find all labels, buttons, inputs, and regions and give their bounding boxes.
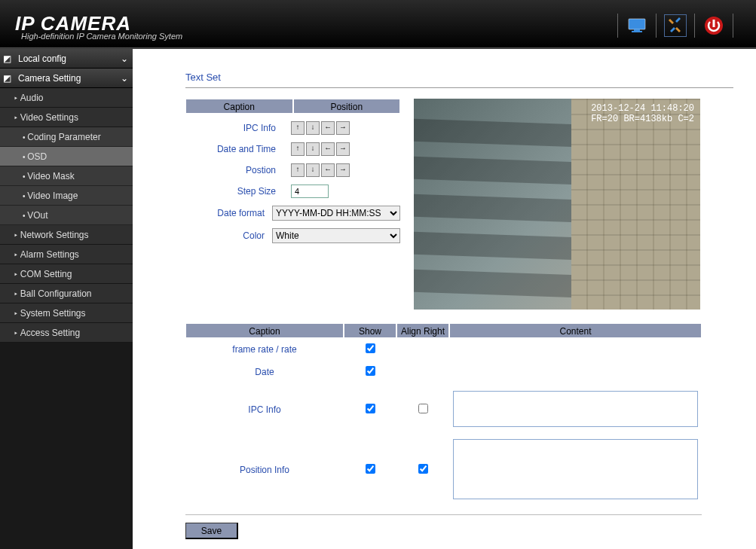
arrow-down-button[interactable]: ↓ bbox=[306, 142, 320, 156]
arrow-left-button[interactable]: ← bbox=[321, 121, 335, 135]
sidebar-item-vout[interactable]: VOut bbox=[0, 206, 133, 225]
align-ipc-checkbox[interactable] bbox=[418, 404, 428, 413]
tools-icon[interactable] bbox=[664, 14, 687, 37]
label-position: Postion bbox=[185, 165, 283, 175]
app-header: IP CAMERA High-definition IP Camera Moni… bbox=[0, 0, 756, 48]
show-position-checkbox[interactable] bbox=[366, 464, 375, 474]
arrow-left-button[interactable]: ← bbox=[321, 163, 335, 177]
chevron-down-icon: ⌄ bbox=[121, 69, 128, 88]
sidebar-item-camera-setting[interactable]: ◩Camera Setting⌄ bbox=[0, 69, 133, 88]
arrow-right-button[interactable]: → bbox=[336, 121, 350, 135]
arrow-right-button[interactable]: → bbox=[336, 163, 350, 177]
sidebar-item-alarm-settings[interactable]: Alarm Settings bbox=[0, 245, 133, 264]
sidebar-item-com-setting[interactable]: COM Setting bbox=[0, 264, 133, 284]
label-date-format: Date format bbox=[185, 208, 272, 218]
svg-rect-2 bbox=[632, 31, 642, 32]
arrow-up-button[interactable]: ↑ bbox=[291, 142, 305, 156]
show-date-checkbox[interactable] bbox=[366, 366, 375, 376]
ipc-content-textarea[interactable] bbox=[453, 391, 698, 427]
divider bbox=[185, 87, 733, 88]
page-title: Text Set bbox=[185, 72, 733, 83]
arrow-down-button[interactable]: ↓ bbox=[306, 121, 320, 135]
monitor-icon[interactable] bbox=[626, 14, 648, 37]
sidebar-item-video-settings[interactable]: Video Settings bbox=[0, 108, 133, 127]
position-content-textarea[interactable] bbox=[453, 439, 698, 499]
label-ipc-info: IPC Info bbox=[185, 123, 283, 133]
row-position-info: Position Info bbox=[185, 465, 344, 475]
label-step-size: Step Size bbox=[185, 186, 283, 197]
header-toolbar bbox=[610, 14, 741, 38]
sidebar-item-network-settings[interactable]: Network Settings bbox=[0, 225, 133, 245]
separator bbox=[733, 14, 733, 38]
col-position: Position bbox=[293, 99, 401, 114]
separator bbox=[656, 14, 657, 38]
svg-rect-0 bbox=[629, 19, 645, 29]
caption-table: Caption Show Align Right Content frame r… bbox=[185, 323, 702, 504]
align-position-checkbox[interactable] bbox=[418, 464, 428, 474]
save-button[interactable]: Save bbox=[185, 523, 238, 539]
sidebar-item-access-setting[interactable]: Access Setting bbox=[0, 323, 133, 343]
row-date: Date bbox=[185, 367, 344, 377]
row-frame-rate: frame rate / rate bbox=[185, 344, 344, 355]
sidebar-item-video-mask[interactable]: Video Mask bbox=[0, 166, 133, 186]
col-content: Content bbox=[449, 323, 702, 338]
sidebar-item-local-config[interactable]: ◩Local config⌄ bbox=[0, 49, 133, 69]
date-format-select[interactable]: YYYY-MM-DD HH:MM:SS bbox=[272, 206, 400, 221]
osd-form: Caption Position IPC Info ↑ ↓ ← → Date a… bbox=[185, 99, 400, 310]
sidebar-item-osd[interactable]: OSD bbox=[0, 147, 133, 166]
video-preview: 2013-12-24 11:48:20 FR=20 BR=4138kb C=2 bbox=[414, 99, 700, 310]
osd-overlay-text: 2013-12-24 11:48:20 FR=20 BR=4138kb C=2 bbox=[591, 103, 694, 124]
col-caption: Caption bbox=[185, 323, 344, 338]
sidebar-item-ball-configuration[interactable]: Ball Configuration bbox=[0, 284, 133, 303]
svg-rect-1 bbox=[634, 29, 640, 31]
sidebar-item-coding-parameter[interactable]: Coding Parameter bbox=[0, 127, 133, 147]
col-align-right: Align Right bbox=[396, 323, 449, 338]
arrow-left-button[interactable]: ← bbox=[321, 142, 335, 156]
sidebar-item-system-settings[interactable]: System Settings bbox=[0, 303, 133, 323]
main-content: Text Set Caption Position IPC Info ↑ ↓ ←… bbox=[133, 49, 756, 549]
arrow-up-button[interactable]: ↑ bbox=[291, 121, 305, 135]
svg-rect-4 bbox=[713, 20, 715, 27]
sidebar: ◩Local config⌄ ◩Camera Setting⌄ Audio Vi… bbox=[0, 49, 133, 549]
show-ipc-checkbox[interactable] bbox=[366, 404, 375, 413]
sidebar-item-video-image[interactable]: Video Image bbox=[0, 186, 133, 206]
col-caption: Caption bbox=[185, 99, 293, 114]
sidebar-item-audio[interactable]: Audio bbox=[0, 88, 133, 108]
step-size-input[interactable] bbox=[291, 185, 329, 198]
col-show: Show bbox=[344, 323, 396, 338]
app-subtitle: High-definition IP Camera Monitoring Syt… bbox=[21, 32, 182, 41]
color-select[interactable]: White bbox=[272, 228, 400, 243]
show-frame-rate-checkbox[interactable] bbox=[366, 343, 375, 353]
divider bbox=[185, 514, 702, 515]
plus-icon: ◩ bbox=[3, 69, 12, 88]
arrow-right-button[interactable]: → bbox=[336, 142, 350, 156]
separator bbox=[694, 14, 695, 38]
arrow-up-button[interactable]: ↑ bbox=[291, 163, 305, 177]
label-date-time: Date and Time bbox=[185, 144, 283, 154]
row-ipc-info: IPC Info bbox=[185, 404, 344, 415]
power-icon[interactable] bbox=[702, 14, 725, 37]
plus-icon: ◩ bbox=[3, 49, 12, 69]
separator bbox=[617, 14, 618, 38]
label-color: Color bbox=[185, 230, 272, 241]
chevron-down-icon: ⌄ bbox=[121, 49, 128, 69]
arrow-down-button[interactable]: ↓ bbox=[306, 163, 320, 177]
